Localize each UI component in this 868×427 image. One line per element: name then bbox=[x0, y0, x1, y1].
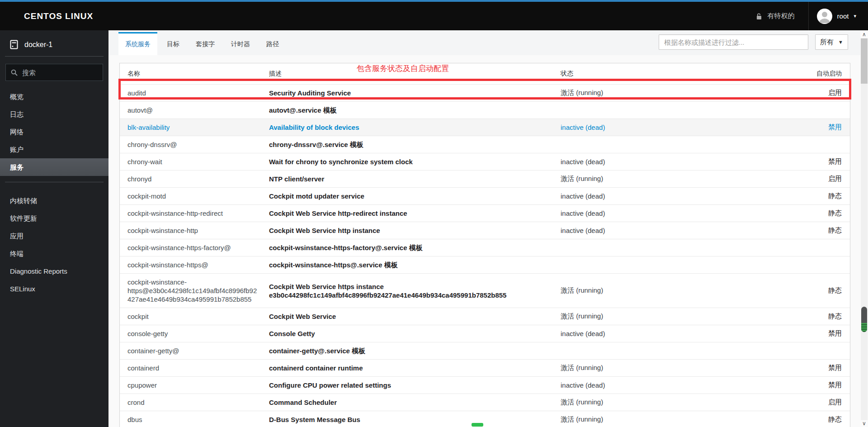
caret-down-icon: ▾ bbox=[854, 13, 856, 19]
service-name-cell: cockpit-motd bbox=[127, 188, 269, 204]
search-input[interactable] bbox=[22, 69, 98, 76]
table-row[interactable]: chrony-dnssrv@chrony-dnssrv@.service 模板 bbox=[120, 136, 850, 153]
table-row[interactable]: container-getty@container-getty@.service… bbox=[120, 342, 850, 359]
service-description-cell: Cockpit Web Service http-redirect instan… bbox=[269, 205, 561, 222]
service-description-cell: Wait for chrony to synchronize system cl… bbox=[269, 153, 561, 170]
service-autostart-cell: 静态 bbox=[750, 192, 842, 200]
service-name-cell: cockpit-wsinstance-http-redirect bbox=[127, 205, 269, 222]
table-row[interactable]: blk-availabilityAvailability of block de… bbox=[120, 119, 850, 136]
server-icon bbox=[10, 40, 19, 49]
scrollbar-up-arrow-icon[interactable]: ∧ bbox=[860, 32, 868, 37]
column-header-autostart: 自动启动 bbox=[750, 70, 842, 78]
table-row[interactable]: cpupowerConfigure CPU power related sett… bbox=[120, 376, 850, 394]
table-row[interactable]: autovt@autovt@.service 模板 bbox=[120, 101, 850, 119]
service-autostart-cell: 静态 bbox=[750, 226, 842, 235]
service-state-cell: 激活 (running) bbox=[561, 89, 750, 97]
service-autostart-cell: 禁用 bbox=[750, 329, 842, 338]
scrollbar-down-arrow-icon[interactable]: ∨ bbox=[860, 421, 868, 426]
tab-system-services[interactable]: 系统服务 bbox=[118, 32, 157, 55]
page-scrollbar[interactable]: ∧ ∨ bbox=[860, 30, 868, 427]
sidebar-item-applications[interactable]: 应用 bbox=[0, 227, 108, 245]
service-name-cell: dbus bbox=[127, 411, 269, 427]
service-description-cell: cockpit-wsinstance-https-factory@.servic… bbox=[269, 239, 561, 256]
table-row[interactable]: console-gettyConsole Gettyinactive (dead… bbox=[120, 325, 850, 342]
tab-sockets[interactable]: 套接字 bbox=[189, 32, 222, 55]
service-description-cell: autovt@.service 模板 bbox=[269, 102, 561, 119]
service-description-cell: Cockpit Web Service http instance bbox=[269, 222, 561, 239]
table-row[interactable]: cockpit-wsinstance-httpCockpit Web Servi… bbox=[120, 222, 850, 239]
sidebar-item-software-updates[interactable]: 软件更新 bbox=[0, 209, 108, 227]
filter-input[interactable] bbox=[659, 34, 808, 50]
service-name-cell: console-getty bbox=[127, 325, 269, 342]
service-autostart-cell: 静态 bbox=[750, 415, 842, 424]
service-description-cell: Availability of block devices bbox=[269, 119, 561, 136]
table-row[interactable]: containerdcontainerd container runtime激活… bbox=[120, 359, 850, 376]
service-name-cell: cpupower bbox=[127, 377, 269, 394]
service-autostart-cell: 静态 bbox=[750, 209, 842, 218]
tab-paths[interactable]: 路径 bbox=[259, 32, 286, 55]
sidebar-item-accounts[interactable]: 账户 bbox=[0, 141, 108, 158]
service-name-cell: autovt@ bbox=[127, 102, 269, 119]
table-row[interactable]: dbusD-Bus System Message Bus激活 (running)… bbox=[120, 411, 850, 427]
service-name-cell: auditd bbox=[127, 85, 269, 101]
tab-targets[interactable]: 目标 bbox=[160, 32, 186, 55]
sidebar-nav: 概览日志网络账户服务 内核转储软件更新应用终端Diagnostic Report… bbox=[0, 88, 108, 298]
service-description-cell: Security Auditing Service bbox=[269, 85, 561, 101]
user-menu[interactable]: root ▾ bbox=[809, 9, 868, 24]
service-state-cell: inactive (dead) bbox=[561, 381, 750, 389]
host-selector[interactable]: docker-1 bbox=[0, 30, 108, 56]
service-autostart-cell: 静态 bbox=[750, 286, 842, 295]
privileged-indicator[interactable]: 有特权的 bbox=[756, 12, 795, 20]
scroll-position-marker bbox=[861, 307, 867, 332]
table-row[interactable]: cockpit-wsinstance-https@cockpit-wsinsta… bbox=[120, 256, 850, 273]
tab-timers[interactable]: 计时器 bbox=[224, 32, 257, 55]
service-autostart-cell: 禁用 bbox=[750, 364, 842, 372]
service-name-cell: crond bbox=[127, 394, 269, 411]
table-row[interactable]: crondCommand Scheduler激活 (running)启用 bbox=[120, 394, 850, 411]
table-row[interactable]: cockpitCockpit Web Service激活 (running)静态 bbox=[120, 308, 850, 325]
scope-dropdown-value: 所有 bbox=[820, 38, 834, 47]
scrollbar-thumb[interactable] bbox=[861, 38, 868, 84]
sidebar-item-terminal[interactable]: 终端 bbox=[0, 245, 108, 262]
table-row[interactable]: auditdSecurity Auditing Service激活 (runni… bbox=[120, 84, 850, 101]
service-description-cell: Cockpit Web Service bbox=[269, 308, 561, 325]
table-row[interactable]: chronydNTP client/server激活 (running)启用 bbox=[120, 170, 850, 187]
sidebar-item-selinux[interactable]: SELinux bbox=[0, 280, 108, 298]
table-row[interactable]: chrony-waitWait for chrony to synchroniz… bbox=[120, 153, 850, 170]
service-autostart-cell: 静态 bbox=[750, 312, 842, 321]
service-state-cell: 激活 (running) bbox=[561, 398, 750, 407]
sidebar-item-overview[interactable]: 概览 bbox=[0, 88, 108, 105]
service-description-cell: D-Bus System Message Bus bbox=[269, 411, 561, 427]
service-description-cell: Command Scheduler bbox=[269, 394, 561, 411]
service-autostart-cell: 禁用 bbox=[750, 123, 842, 132]
service-autostart-cell: 禁用 bbox=[750, 157, 842, 166]
service-state-cell: 激活 (running) bbox=[561, 364, 750, 372]
scrollbar-track[interactable] bbox=[861, 38, 868, 420]
service-name-cell: cockpit-wsinstance-https-factory@ bbox=[127, 239, 269, 256]
sidebar-item-diagnostic-reports[interactable]: Diagnostic Reports bbox=[0, 262, 108, 280]
sidebar-item-kernel-dumps[interactable]: 内核转储 bbox=[0, 192, 108, 209]
main-content: 系统服务目标套接字计时器路径 所有 ▼ 包含服务状态及自启动配置 名称 描述 状… bbox=[108, 30, 868, 427]
user-name: root bbox=[837, 12, 849, 20]
table-row[interactable]: cockpit-wsinstance-https-factory@cockpit… bbox=[120, 239, 850, 256]
service-name-cell: cockpit-wsinstance-http bbox=[127, 222, 269, 239]
service-state-cell: inactive (dead) bbox=[561, 330, 750, 337]
table-row[interactable]: cockpit-wsinstance-http-redirectCockpit … bbox=[120, 204, 850, 222]
services-table: 包含服务状态及自启动配置 名称 描述 状态 自动启动 auditdSecurit… bbox=[119, 63, 850, 427]
sidebar-search[interactable] bbox=[5, 64, 103, 81]
sidebar: docker-1 概览日志网络账户服务 内核转储软件更新应用终端Diagnost… bbox=[0, 30, 108, 427]
sidebar-item-logs[interactable]: 日志 bbox=[0, 105, 108, 123]
service-description-cell: chrony-dnssrv@.service 模板 bbox=[269, 136, 561, 153]
table-row[interactable]: cockpit-wsinstance-https@e3b0c44298fc1c1… bbox=[120, 273, 850, 308]
sidebar-item-services[interactable]: 服务 bbox=[0, 158, 108, 176]
service-name-cell: chrony-wait bbox=[127, 153, 269, 170]
sidebar-divider bbox=[5, 56, 104, 57]
sidebar-item-networking[interactable]: 网络 bbox=[0, 123, 108, 141]
service-state-cell: inactive (dead) bbox=[561, 227, 750, 234]
scroll-marker-stripes bbox=[861, 323, 867, 332]
scope-dropdown[interactable]: 所有 ▼ bbox=[815, 34, 848, 50]
service-name-cell: chrony-dnssrv@ bbox=[127, 136, 269, 153]
sidebar-nav-primary: 概览日志网络账户服务 bbox=[0, 88, 108, 176]
table-body: auditdSecurity Auditing Service激活 (runni… bbox=[120, 84, 850, 427]
table-row[interactable]: cockpit-motdCockpit motd updater service… bbox=[120, 187, 850, 204]
